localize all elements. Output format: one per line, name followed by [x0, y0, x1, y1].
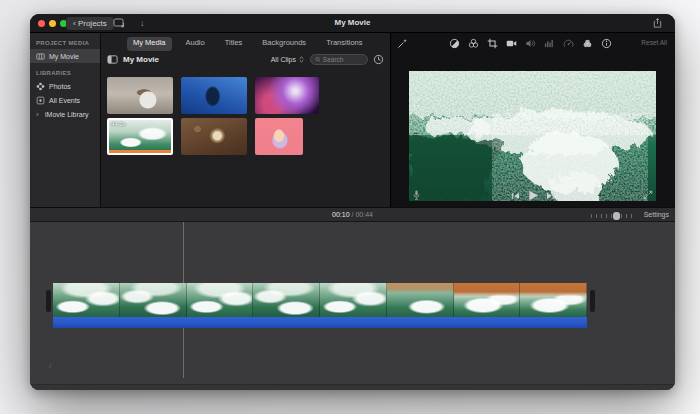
- disclosure-chevron-icon[interactable]: ›: [36, 110, 41, 119]
- speed-icon[interactable]: [563, 38, 574, 49]
- sidebar-item-label: Photos: [49, 83, 71, 90]
- tab-transitions[interactable]: Transitions: [320, 37, 368, 51]
- sidebar-item-my-movie[interactable]: My Movie: [30, 49, 100, 63]
- project-filmstrip-icon: [36, 52, 45, 61]
- filmstrip-frame: [187, 283, 254, 317]
- color-balance-icon[interactable]: [449, 38, 460, 49]
- clip-thumbnail-exercise-ball[interactable]: [107, 77, 173, 114]
- zoom-slider-knob[interactable]: [613, 212, 620, 220]
- tab-titles[interactable]: Titles: [219, 37, 249, 51]
- fullscreen-icon[interactable]: [643, 190, 653, 200]
- play-icon[interactable]: [527, 189, 540, 202]
- noise-reduction-icon[interactable]: [544, 38, 555, 49]
- volume-icon[interactable]: [525, 38, 536, 49]
- filmstrip-frame: [253, 283, 320, 317]
- titlebar: ‹ Projects ↓ My Movie: [30, 14, 675, 33]
- previous-frame-icon[interactable]: [511, 191, 521, 201]
- sidebar-item-all-events[interactable]: All Events: [30, 93, 100, 107]
- sidebar-item-label: All Events: [49, 97, 80, 104]
- filmstrip-frame: [320, 283, 387, 317]
- sidebar-item-label: My Movie: [49, 53, 79, 60]
- sidebar-toggle-icon[interactable]: [107, 54, 118, 65]
- search-input[interactable]: [323, 56, 363, 63]
- clip-trim-handle-left[interactable]: [46, 290, 51, 312]
- playback-controls: [391, 187, 675, 205]
- share-icon[interactable]: [652, 17, 663, 29]
- filmstrip-frame: [120, 283, 187, 317]
- timeline-settings-button[interactable]: Settings: [644, 211, 669, 218]
- voiceover-mic-icon[interactable]: [411, 189, 422, 202]
- viewer-panel: Reset All: [390, 33, 675, 207]
- sidebar-item-photos[interactable]: Photos: [30, 79, 100, 93]
- all-events-icon: [36, 96, 45, 105]
- browser-header: My Movie All Clips: [101, 52, 390, 67]
- timeline-header: 00:10 / 00:44 Settings: [30, 207, 675, 222]
- crop-icon[interactable]: [487, 38, 498, 49]
- libraries-header: LIBRARIES: [30, 63, 100, 79]
- viewer-toolbar: Reset All: [391, 35, 675, 51]
- photos-pinwheel-icon: [36, 82, 45, 91]
- timeline[interactable]: ♪: [30, 222, 675, 390]
- current-time: 00:10: [332, 211, 350, 218]
- clip-trim-handle-right[interactable]: [590, 290, 595, 312]
- next-frame-icon[interactable]: [546, 191, 556, 201]
- media-tabs: My Media Audio Titles Backgrounds Transi…: [101, 37, 390, 51]
- clip-thumbnail-ocean-wave-selected[interactable]: 44.3s: [107, 118, 173, 155]
- filmstrip-frame: [53, 283, 120, 317]
- sidebar: PROJECT MEDIA My Movie LIBRARIES Photos: [30, 33, 101, 207]
- stabilization-camera-icon[interactable]: [506, 38, 517, 49]
- timeline-zoom-slider[interactable]: [591, 214, 635, 218]
- tab-my-media[interactable]: My Media: [127, 37, 172, 51]
- search-field[interactable]: [310, 54, 368, 65]
- filmstrip-frame: [387, 283, 454, 317]
- updown-chevrons-icon: [298, 55, 305, 64]
- enhance-wand-icon[interactable]: [397, 38, 408, 49]
- browser-title: My Movie: [123, 55, 159, 64]
- clip-filmstrip: [53, 283, 587, 317]
- sidebar-item-label: iMovie Library: [45, 111, 89, 118]
- clip-duration-badge: 44.3s: [111, 121, 126, 127]
- tab-audio[interactable]: Audio: [180, 37, 211, 51]
- filmstrip-frame: [454, 283, 521, 317]
- window-title: My Movie: [30, 18, 675, 27]
- media-browser: My Media Audio Titles Backgrounds Transi…: [101, 33, 390, 207]
- filmstrip-frame: [520, 283, 587, 317]
- clip-used-range-indicator: [109, 150, 171, 153]
- sidebar-item-imovie-library[interactable]: › iMovie Library: [30, 107, 100, 121]
- main-area: PROJECT MEDIA My Movie LIBRARIES Photos: [30, 33, 675, 207]
- timeline-clip-ocean-wave[interactable]: [53, 283, 587, 336]
- timecode-display: 00:10 / 00:44: [30, 211, 675, 218]
- tab-backgrounds[interactable]: Backgrounds: [256, 37, 312, 51]
- video-preview: [409, 71, 656, 201]
- clip-thumbnail-space-nebula[interactable]: [255, 77, 319, 114]
- clip-audio-waveform-bar: [53, 317, 587, 328]
- total-time: 00:44: [355, 211, 373, 218]
- clip-appearance-icon[interactable]: [373, 54, 384, 65]
- clip-filter-dropdown[interactable]: All Clips: [271, 55, 305, 64]
- reset-all-button[interactable]: Reset All: [641, 39, 667, 46]
- color-correction-icon[interactable]: [468, 38, 479, 49]
- imovie-window: ‹ Projects ↓ My Movie PROJECT MEDIA: [30, 14, 675, 390]
- clip-filter-label: All Clips: [271, 56, 296, 63]
- clip-filter-effect-icon[interactable]: [582, 38, 593, 49]
- search-icon: [315, 56, 321, 63]
- clip-thumbnail-pink-portrait[interactable]: [255, 118, 303, 155]
- clip-thumbnail-underwater-diver[interactable]: [181, 77, 247, 114]
- project-media-header: PROJECT MEDIA: [30, 33, 100, 49]
- clip-info-icon[interactable]: [601, 38, 612, 49]
- background-music-well-icon: ♪: [48, 360, 53, 370]
- clip-thumbnail-coffee-flatlay[interactable]: [181, 118, 247, 155]
- timeline-footer: [30, 385, 675, 390]
